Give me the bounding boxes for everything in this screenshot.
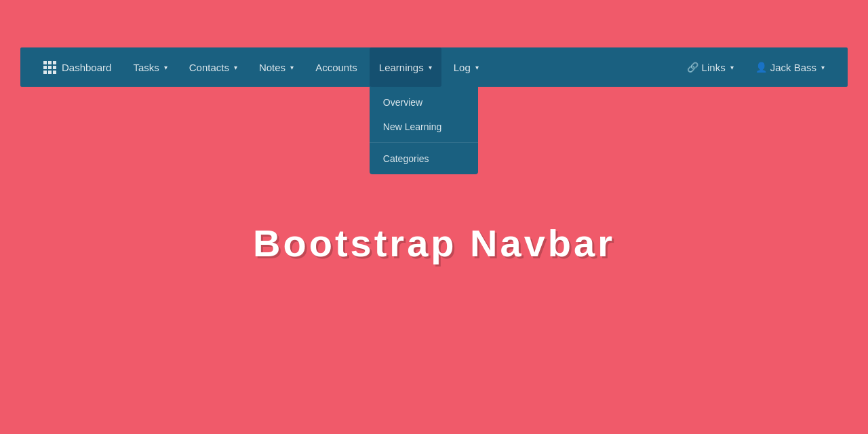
links-caret-icon: ▾ <box>730 64 734 71</box>
link-icon: 🔗 <box>687 62 698 73</box>
links-label: Links <box>702 62 726 73</box>
learnings-nav-item[interactable]: Learnings ▾ Overview New Learning Catego… <box>370 47 441 87</box>
page-title: Bootstrap Navbar <box>253 221 615 265</box>
overview-item[interactable]: Overview <box>370 90 478 115</box>
user-nav-item[interactable]: 👤 Jack Bass ▾ <box>746 47 834 87</box>
dropdown-divider <box>370 142 478 143</box>
navbar-left: Dashboard Tasks ▾ Contacts ▾ Notes ▾ Acc… <box>34 47 677 87</box>
tasks-nav-item[interactable]: Tasks ▾ <box>123 47 176 87</box>
log-label: Log <box>454 62 471 73</box>
links-nav-item[interactable]: 🔗 Links ▾ <box>677 47 743 87</box>
navbar: Dashboard Tasks ▾ Contacts ▾ Notes ▾ Acc… <box>20 47 848 87</box>
contacts-caret-icon: ▾ <box>234 64 237 71</box>
tasks-caret-icon: ▾ <box>164 64 167 71</box>
learnings-caret-icon: ▾ <box>429 64 432 71</box>
contacts-nav-item[interactable]: Contacts ▾ <box>180 47 247 87</box>
accounts-nav-item[interactable]: Accounts <box>306 47 367 87</box>
learnings-dropdown: Overview New Learning Categories <box>370 87 478 174</box>
dashboard-brand[interactable]: Dashboard <box>34 47 121 87</box>
grid-icon <box>43 61 56 74</box>
accounts-label: Accounts <box>315 62 357 73</box>
contacts-label: Contacts <box>189 62 229 73</box>
log-caret-icon: ▾ <box>475 64 479 71</box>
categories-item[interactable]: Categories <box>370 146 478 171</box>
user-icon: 👤 <box>755 62 767 73</box>
tasks-label: Tasks <box>133 62 159 73</box>
dashboard-label: Dashboard <box>62 62 111 73</box>
user-label: Jack Bass <box>770 62 816 73</box>
new-learning-item[interactable]: New Learning <box>370 115 478 139</box>
notes-caret-icon: ▾ <box>290 64 294 71</box>
navbar-right: 🔗 Links ▾ 👤 Jack Bass ▾ <box>677 47 834 87</box>
notes-nav-item[interactable]: Notes ▾ <box>250 47 303 87</box>
learnings-label: Learnings <box>379 62 424 73</box>
log-nav-item[interactable]: Log ▾ <box>444 47 488 87</box>
notes-label: Notes <box>259 62 285 73</box>
user-caret-icon: ▾ <box>821 64 825 71</box>
